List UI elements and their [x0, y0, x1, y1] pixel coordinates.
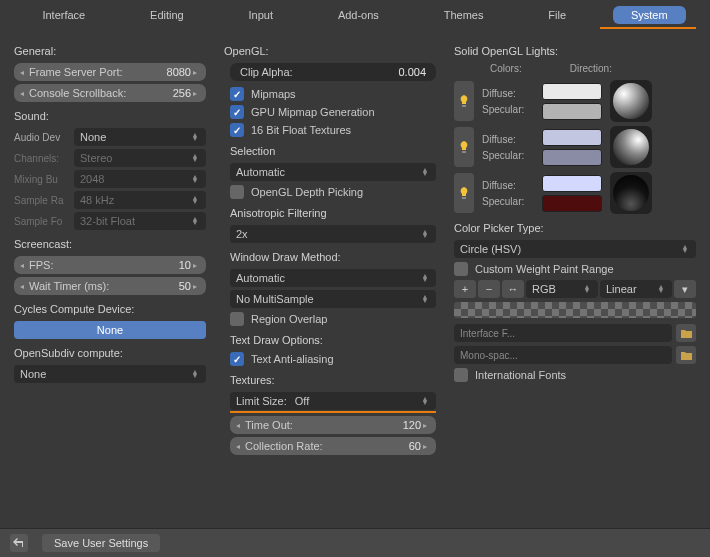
console-scrollback[interactable]: ◂ Console Scrollback: 256 ▸: [14, 84, 206, 102]
timeout-field[interactable]: ◂ Time Out: 120 ▸: [230, 416, 436, 434]
light-1-specular-color[interactable]: [542, 103, 602, 120]
back-to-previous-icon[interactable]: [10, 534, 28, 552]
intl-fonts-checkbox[interactable]: [454, 368, 468, 382]
limit-size-label: Limit Size:: [236, 395, 287, 407]
region-overlap-checkbox[interactable]: [230, 312, 244, 326]
fps-field[interactable]: ◂ FPS: 10 ▸: [14, 256, 206, 274]
interface-font-field[interactable]: Interface F...: [454, 324, 672, 342]
multisample-value: No MultiSample: [236, 293, 420, 305]
light-2-toggle[interactable]: [454, 127, 474, 167]
interpolation-value: Linear: [606, 283, 656, 295]
updown-icon: [190, 217, 200, 225]
updown-icon: [420, 168, 430, 176]
tab-themes[interactable]: Themes: [426, 6, 502, 24]
wait-timer-field[interactable]: ◂ Wait Timer (ms): 50 ▸: [14, 277, 206, 295]
chevron-right-icon: ▸: [423, 421, 430, 430]
osd-label: OpenSubdiv compute:: [14, 347, 206, 359]
light-3-diffuse-color[interactable]: [542, 175, 602, 192]
save-user-settings-button[interactable]: Save User Settings: [42, 534, 160, 552]
updown-icon: [582, 285, 592, 293]
chevron-right-icon: ▸: [193, 89, 200, 98]
flip-button[interactable]: ↔: [502, 280, 524, 298]
audio-device-dropdown[interactable]: None: [74, 128, 206, 146]
light-1-direction[interactable]: [610, 80, 652, 122]
light-3-specular-color[interactable]: [542, 195, 602, 212]
interpolation-dropdown[interactable]: Linear: [600, 280, 672, 298]
aniso-dropdown[interactable]: 2x: [230, 225, 436, 243]
selection-value: Automatic: [236, 166, 420, 178]
specular-label: Specular:: [482, 104, 534, 115]
timeout-value: 120: [403, 419, 421, 431]
aniso-value: 2x: [236, 228, 420, 240]
gpu-mipmap-label: GPU Mipmap Generation: [251, 106, 375, 118]
color-picker-dropdown[interactable]: Circle (HSV): [454, 240, 696, 258]
float16-label: 16 Bit Float Textures: [251, 124, 351, 136]
limit-size-dropdown[interactable]: Limit Size: Off: [230, 392, 436, 410]
remove-stop-button[interactable]: −: [478, 280, 500, 298]
light-1-toggle[interactable]: [454, 81, 474, 121]
tab-input[interactable]: Input: [231, 6, 291, 24]
wait-value: 50: [179, 280, 191, 292]
light-3-toggle[interactable]: [454, 173, 474, 213]
mixing-label: Mixing Bu: [14, 174, 70, 185]
tab-editing[interactable]: Editing: [132, 6, 202, 24]
updown-icon: [420, 230, 430, 238]
light-3-direction[interactable]: [610, 172, 652, 214]
custom-weight-checkbox[interactable]: [454, 262, 468, 276]
wdm-dropdown[interactable]: Automatic: [230, 269, 436, 287]
float16-checkbox[interactable]: [230, 123, 244, 137]
light-1-row: Diffuse:Specular:: [454, 80, 696, 122]
tab-file[interactable]: File: [530, 6, 584, 24]
collection-label: Collection Rate:: [245, 440, 409, 452]
collection-value: 60: [409, 440, 421, 452]
updown-icon: [420, 274, 430, 282]
sample-format-value: 32-bit Float: [80, 215, 190, 227]
diffuse-label: Diffuse:: [482, 180, 534, 191]
sample-format-dropdown: 32-bit Float: [74, 212, 206, 230]
mipmaps-checkbox[interactable]: [230, 87, 244, 101]
light-2-specular-color[interactable]: [542, 149, 602, 166]
frame-port-value: 8080: [167, 66, 191, 78]
textures-label: Textures:: [230, 374, 436, 386]
tab-interface[interactable]: Interface: [24, 6, 103, 24]
selection-label: Selection: [230, 145, 436, 157]
depth-picking-checkbox[interactable]: [230, 185, 244, 199]
light-2-row: Diffuse:Specular:: [454, 126, 696, 168]
text-aa-label: Text Anti-aliasing: [251, 353, 334, 365]
interface-font-browse[interactable]: [676, 324, 696, 342]
chevron-left-icon: ◂: [236, 442, 243, 451]
color-mode-dropdown[interactable]: RGB: [526, 280, 598, 298]
fps-value: 10: [179, 259, 191, 271]
sample-rate-value: 48 kHz: [80, 194, 190, 206]
custom-weight-label: Custom Weight Paint Range: [475, 263, 614, 275]
chevron-left-icon: ◂: [20, 282, 27, 291]
text-aa-checkbox[interactable]: [230, 352, 244, 366]
mono-font-field[interactable]: Mono-spac...: [454, 346, 672, 364]
options-button[interactable]: ▾: [674, 280, 696, 298]
multisample-dropdown[interactable]: No MultiSample: [230, 290, 436, 308]
diffuse-label: Diffuse:: [482, 88, 534, 99]
tab-system[interactable]: System: [613, 6, 686, 24]
osd-dropdown[interactable]: None: [14, 365, 206, 383]
gpu-mipmap-checkbox[interactable]: [230, 105, 244, 119]
tab-addons[interactable]: Add-ons: [320, 6, 397, 24]
light-1-diffuse-color[interactable]: [542, 83, 602, 100]
clip-alpha-slider[interactable]: Clip Alpha: 0.004: [230, 63, 436, 81]
updown-icon: [190, 196, 200, 204]
collection-rate-field[interactable]: ◂ Collection Rate: 60 ▸: [230, 437, 436, 455]
frame-server-port[interactable]: ◂ Frame Server Port: 8080 ▸: [14, 63, 206, 81]
chevron-right-icon: ▸: [193, 261, 200, 270]
color-picker-value: Circle (HSV): [460, 243, 680, 255]
cycles-device-button[interactable]: None: [14, 321, 206, 339]
light-2-diffuse-color[interactable]: [542, 129, 602, 146]
diffuse-label: Diffuse:: [482, 134, 534, 145]
light-2-direction[interactable]: [610, 126, 652, 168]
scrollback-label: Console Scrollback:: [29, 87, 173, 99]
color-ramp[interactable]: [454, 302, 696, 318]
mono-font-browse[interactable]: [676, 346, 696, 364]
scrollback-value: 256: [173, 87, 191, 99]
add-stop-button[interactable]: +: [454, 280, 476, 298]
mixing-dropdown: 2048: [74, 170, 206, 188]
selection-dropdown[interactable]: Automatic: [230, 163, 436, 181]
sound-label: Sound:: [14, 110, 206, 122]
